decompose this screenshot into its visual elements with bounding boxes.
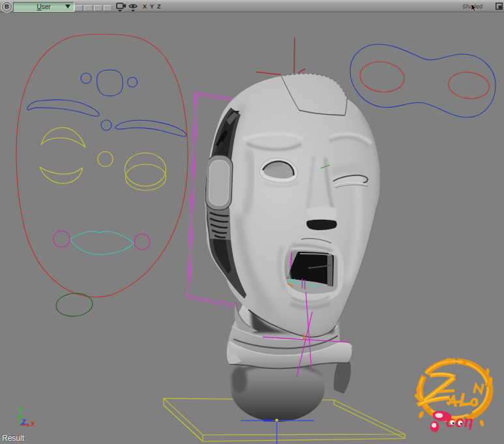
svg-text:Z: Z [22,418,26,426]
svg-text:X: X [31,421,35,428]
svg-text:Y: Y [18,407,23,414]
